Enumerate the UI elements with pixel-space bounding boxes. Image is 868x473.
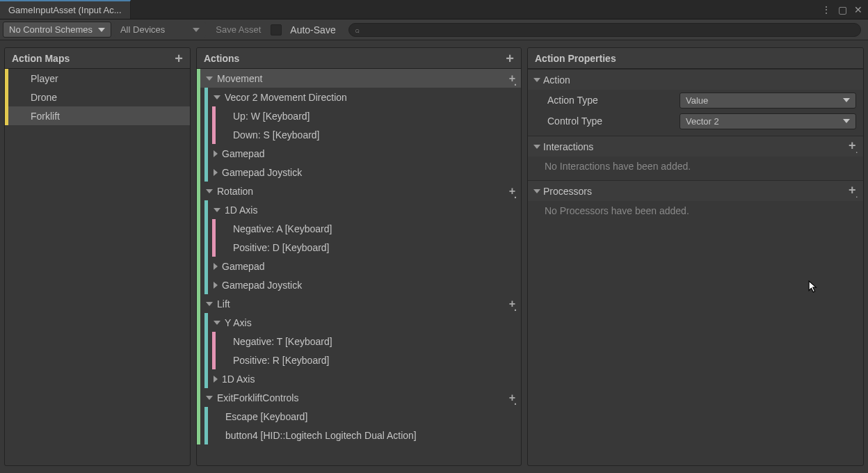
color-indicator: [204, 313, 208, 332]
binding-composite[interactable]: Y Axis: [197, 313, 521, 332]
chevron-down-icon: [193, 28, 200, 32]
binding-composite[interactable]: Gamepad: [197, 257, 521, 275]
action-item[interactable]: Movement: [197, 69, 521, 88]
panel-title: Actions: [204, 53, 239, 64]
binding-composite[interactable]: Vecor 2 Movement Direction: [197, 88, 521, 106]
binding-item[interactable]: Negative: A [Keyboard]: [197, 219, 521, 238]
chevron-down-icon[interactable]: [206, 396, 213, 400]
action-map-label: Player: [31, 73, 58, 84]
search-input[interactable]: ⌕: [348, 23, 861, 37]
color-indicator: [204, 407, 208, 426]
add-interaction-button[interactable]: +.: [849, 139, 858, 154]
color-indicator: [197, 106, 200, 125]
auto-save-checkbox[interactable]: [271, 24, 282, 35]
add-action-button[interactable]: +: [506, 51, 514, 65]
chevron-right-icon[interactable]: [214, 169, 218, 176]
color-indicator: [197, 294, 200, 313]
section-label: Processors: [543, 186, 592, 197]
action-section-header[interactable]: Action: [528, 69, 863, 90]
action-item[interactable]: Lift: [197, 294, 521, 313]
section-label: Action: [543, 74, 570, 86]
color-indicator: [197, 426, 200, 444]
binding-item[interactable]: Positive: D [Keyboard]: [197, 238, 521, 257]
action-label: Gamepad Joystick: [222, 167, 521, 178]
processors-empty: No Processors have been added.: [528, 201, 863, 221]
binding-composite[interactable]: Gamepad: [197, 144, 521, 163]
color-indicator: [5, 88, 8, 106]
color-indicator: [197, 275, 200, 294]
color-indicator: [197, 407, 200, 426]
action-item[interactable]: Rotation: [197, 182, 521, 200]
color-indicator: [204, 125, 208, 144]
binding-composite[interactable]: Gamepad Joystick: [197, 275, 521, 294]
action-maps-header: Action Maps +: [5, 48, 190, 69]
binding-item[interactable]: Negative: T [Keyboard]: [197, 332, 521, 351]
chevron-down-icon[interactable]: [206, 302, 213, 306]
maximize-icon[interactable]: ▢: [838, 4, 847, 15]
action-label: Positive: D [Keyboard]: [233, 242, 521, 253]
color-indicator: [204, 238, 208, 257]
control-type-dropdown[interactable]: Vector 2: [680, 113, 856, 129]
chevron-right-icon[interactable]: [214, 150, 218, 157]
binding-composite[interactable]: 1D Axis: [197, 369, 521, 388]
binding-composite[interactable]: Gamepad Joystick: [197, 163, 521, 182]
action-label: Movement: [217, 73, 509, 84]
color-indicator: [197, 219, 200, 238]
color-indicator: [204, 275, 208, 294]
action-label: Lift: [217, 298, 509, 310]
menu-icon[interactable]: ⋮: [821, 4, 831, 15]
color-indicator: [204, 144, 208, 163]
action-type-label: Action Type: [547, 95, 680, 106]
binding-item[interactable]: Positive: R [Keyboard]: [197, 351, 521, 369]
save-asset-button[interactable]: Save Asset: [209, 22, 268, 37]
binding-item[interactable]: Down: S [Keyboard]: [197, 125, 521, 144]
color-indicator: [212, 125, 216, 144]
action-label: 1D Axis: [225, 205, 521, 216]
action-label: Down: S [Keyboard]: [233, 129, 521, 141]
action-label: Negative: A [Keyboard]: [233, 223, 521, 234]
processors-section-header[interactable]: Processors +.: [528, 180, 863, 201]
color-indicator: [212, 351, 216, 369]
add-binding-button[interactable]: [509, 73, 521, 84]
close-icon[interactable]: ✕: [854, 4, 862, 15]
action-map-item[interactable]: Forklift: [5, 106, 190, 125]
add-processor-button[interactable]: +.: [849, 184, 858, 199]
color-indicator: [197, 163, 200, 182]
add-action-map-button[interactable]: +: [175, 51, 183, 65]
binding-composite[interactable]: 1D Axis: [197, 200, 521, 219]
chevron-right-icon[interactable]: [214, 376, 218, 383]
action-map-label: Forklift: [31, 111, 60, 122]
action-type-dropdown[interactable]: Value: [680, 93, 856, 109]
section-label: Interactions: [543, 141, 593, 152]
devices-dropdown[interactable]: All Devices: [114, 22, 206, 38]
action-label: Gamepad: [222, 261, 521, 272]
control-schemes-dropdown[interactable]: No Control Schemes: [3, 22, 111, 38]
color-indicator: [197, 182, 200, 200]
action-item[interactable]: ExitForkliftControls: [197, 388, 521, 407]
binding-composite[interactable]: Escape [Keyboard]: [197, 407, 521, 426]
add-binding-button[interactable]: [509, 186, 521, 197]
control-schemes-label: No Control Schemes: [9, 24, 93, 35]
action-map-item[interactable]: Drone: [5, 88, 190, 106]
color-indicator: [212, 219, 216, 238]
chevron-down-icon[interactable]: [214, 95, 220, 99]
chevron-down-icon[interactable]: [214, 208, 220, 212]
chevron-right-icon[interactable]: [214, 263, 218, 270]
add-binding-button[interactable]: [509, 298, 521, 310]
action-map-item[interactable]: Player: [5, 69, 190, 88]
action-label: Gamepad Joystick: [222, 280, 521, 291]
action-type-value: Value: [686, 95, 708, 106]
add-binding-button[interactable]: [509, 392, 521, 403]
chevron-down-icon[interactable]: [214, 321, 220, 325]
binding-composite[interactable]: button4 [HID::Logitech Logitech Dual Act…: [197, 426, 521, 444]
window-tab[interactable]: GameInputAsset (Input Ac...: [0, 0, 131, 19]
chevron-down-icon[interactable]: [206, 189, 213, 193]
binding-item[interactable]: Up: W [Keyboard]: [197, 106, 521, 125]
action-label: Gamepad: [222, 148, 521, 159]
color-indicator: [197, 257, 200, 275]
color-indicator: [204, 88, 208, 106]
chevron-down-icon[interactable]: [206, 77, 213, 81]
action-label: ExitForkliftControls: [217, 392, 509, 403]
chevron-right-icon[interactable]: [214, 282, 218, 289]
interactions-section-header[interactable]: Interactions +.: [528, 136, 863, 157]
